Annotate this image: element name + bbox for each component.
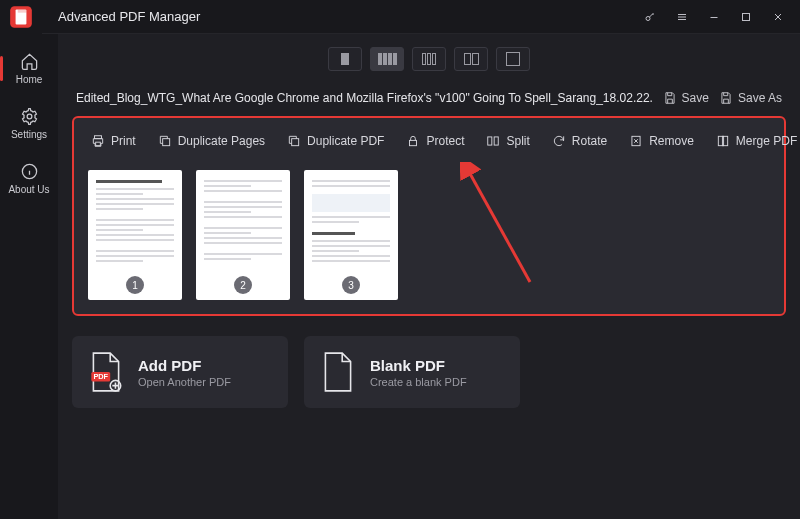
svg-rect-13 — [495, 137, 499, 145]
view-two[interactable] — [454, 47, 488, 71]
svg-point-5 — [27, 114, 32, 119]
card-title: Blank PDF — [370, 357, 467, 374]
card-subtitle: Open Another PDF — [138, 376, 231, 388]
save-as-label: Save As — [738, 91, 782, 105]
svg-rect-11 — [410, 140, 417, 145]
toolbar: Print Duplicate Pages Duplicate PDF Prot… — [82, 126, 776, 156]
print-icon — [91, 134, 105, 148]
duplicate-pdf-button[interactable]: Duplicate PDF — [278, 128, 393, 154]
sidebar-item-home[interactable]: Home — [0, 52, 58, 85]
page-thumbnail[interactable]: 3 — [304, 170, 398, 300]
close-button[interactable] — [762, 3, 794, 31]
maximize-button[interactable] — [730, 3, 762, 31]
save-button[interactable]: Save — [663, 91, 709, 105]
pdf-file-icon: PDF — [88, 350, 124, 394]
window-controls — [634, 3, 794, 31]
svg-rect-4 — [743, 13, 750, 20]
copy-icon — [158, 134, 172, 148]
app-logo — [0, 0, 42, 34]
save-as-button[interactable]: Save As — [719, 91, 782, 105]
lock-icon — [406, 134, 420, 148]
app-title: Advanced PDF Manager — [58, 9, 634, 24]
titlebar: Advanced PDF Manager — [0, 0, 800, 34]
page-number-badge: 1 — [126, 276, 144, 294]
page-thumbnail[interactable]: 1 — [88, 170, 182, 300]
save-icon — [663, 91, 677, 105]
sidebar: Home Settings About Us — [0, 34, 58, 519]
blank-pdf-card[interactable]: Blank PDF Create a blank PDF — [304, 336, 520, 408]
svg-text:PDF: PDF — [93, 372, 108, 381]
action-cards: PDF Add PDF Open Another PDF Blank PDF C… — [72, 336, 786, 408]
rotate-icon — [552, 134, 566, 148]
page-thumbnails: 1 2 3 — [82, 170, 776, 300]
split-button[interactable]: Split — [477, 128, 538, 154]
view-four[interactable] — [370, 47, 404, 71]
minimize-button[interactable] — [698, 3, 730, 31]
sidebar-item-about[interactable]: About Us — [0, 162, 58, 195]
sidebar-item-label: Home — [16, 74, 43, 85]
view-page[interactable] — [496, 47, 530, 71]
svg-rect-8 — [96, 142, 101, 146]
page-thumbnail[interactable]: 2 — [196, 170, 290, 300]
sidebar-item-label: About Us — [8, 184, 49, 195]
view-three[interactable] — [412, 47, 446, 71]
svg-rect-10 — [292, 139, 299, 146]
save-label: Save — [682, 91, 709, 105]
copy-icon — [287, 134, 301, 148]
duplicate-pages-button[interactable]: Duplicate Pages — [149, 128, 274, 154]
page-number-badge: 2 — [234, 276, 252, 294]
view-mode-row — [72, 34, 786, 84]
save-as-icon — [719, 91, 733, 105]
svg-point-3 — [646, 16, 650, 20]
main-content: Edited_Blog_WTG_What Are Google Chrome a… — [58, 34, 800, 519]
svg-rect-12 — [488, 137, 492, 145]
protect-button[interactable]: Protect — [397, 128, 473, 154]
sidebar-item-label: Settings — [11, 129, 47, 140]
remove-button[interactable]: Remove — [620, 128, 703, 154]
rotate-button[interactable]: Rotate — [543, 128, 616, 154]
action-panel: Print Duplicate Pages Duplicate PDF Prot… — [72, 116, 786, 316]
menu-icon[interactable] — [666, 3, 698, 31]
merge-icon — [716, 134, 730, 148]
card-subtitle: Create a blank PDF — [370, 376, 467, 388]
file-name: Edited_Blog_WTG_What Are Google Chrome a… — [76, 91, 653, 106]
blank-file-icon — [320, 350, 356, 394]
print-button[interactable]: Print — [82, 128, 145, 154]
key-icon[interactable] — [634, 3, 666, 31]
svg-rect-9 — [162, 139, 169, 146]
file-bar: Edited_Blog_WTG_What Are Google Chrome a… — [72, 84, 786, 112]
svg-rect-2 — [18, 9, 27, 12]
view-single[interactable] — [328, 47, 362, 71]
split-icon — [486, 134, 500, 148]
sidebar-item-settings[interactable]: Settings — [0, 107, 58, 140]
card-title: Add PDF — [138, 357, 231, 374]
add-pdf-card[interactable]: PDF Add PDF Open Another PDF — [72, 336, 288, 408]
remove-icon — [629, 134, 643, 148]
page-number-badge: 3 — [342, 276, 360, 294]
merge-pdf-button[interactable]: Merge PDF — [707, 128, 800, 154]
